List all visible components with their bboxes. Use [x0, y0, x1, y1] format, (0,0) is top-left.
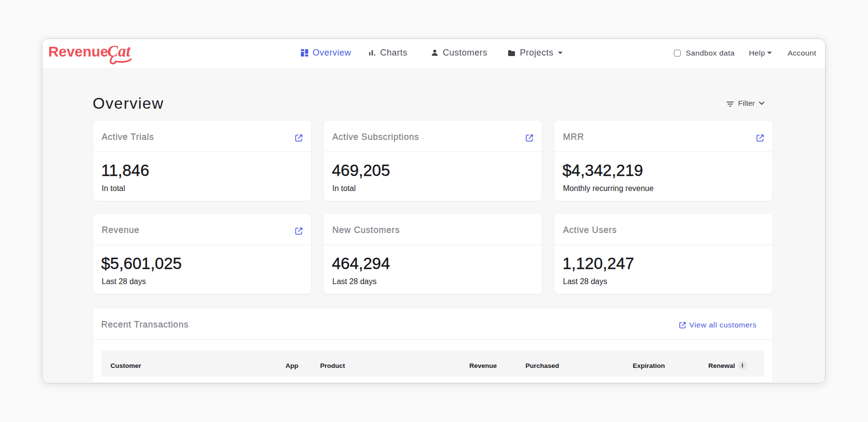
svg-text:Revenue: Revenue: [48, 44, 108, 59]
svg-text:Cat: Cat: [107, 44, 131, 60]
